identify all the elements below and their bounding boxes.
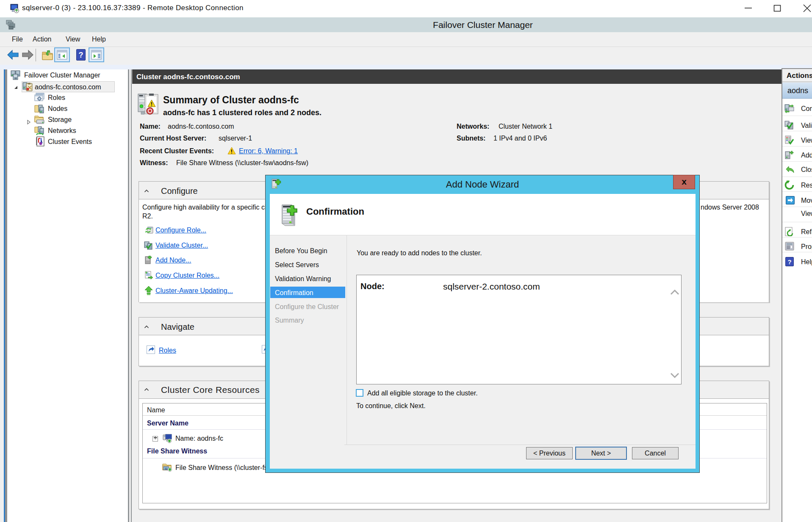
svg-text:32: 32 <box>165 467 168 470</box>
svg-text:?: ? <box>79 51 83 59</box>
svg-text:?: ? <box>787 258 791 265</box>
